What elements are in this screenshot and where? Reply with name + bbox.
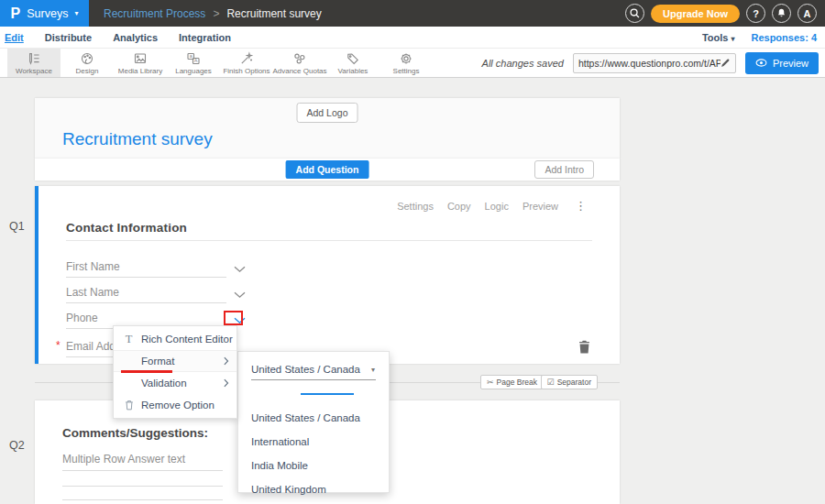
- toolbar-item-label: Workspace: [16, 67, 52, 75]
- eye-icon: [755, 59, 767, 67]
- caret-down-icon: ▾: [371, 367, 375, 374]
- separator-button[interactable]: ☑ Separator: [541, 375, 598, 389]
- chevron-down-icon[interactable]: [234, 291, 246, 299]
- page-break-button[interactable]: ✂ Page Break: [480, 375, 544, 389]
- avatar-initial: A: [804, 8, 811, 19]
- kebab-menu-icon[interactable]: ⋮: [575, 199, 587, 213]
- scissors-icon: ✂: [487, 378, 494, 387]
- toolbar-item-label: Languages: [175, 67, 212, 75]
- survey-header-card: Add Logo Recruitment survey: [35, 98, 620, 159]
- responses-link[interactable]: Responses: 4: [751, 32, 817, 43]
- option-india-mobile[interactable]: India Mobile: [238, 454, 389, 477]
- option-us-canada[interactable]: United States / Canada: [238, 406, 389, 430]
- question-1-title[interactable]: Contact Information: [66, 221, 187, 235]
- breadcrumb: Recruitment Process > Recruitment survey: [104, 7, 322, 20]
- breadcrumb-current: Recruitment survey: [226, 7, 321, 20]
- toolbar-item-label: Finish Options: [223, 67, 270, 75]
- chevron-right-icon: [224, 378, 229, 388]
- tab-analytics[interactable]: Analytics: [113, 32, 158, 43]
- add-logo-button[interactable]: Add Logo: [297, 103, 358, 123]
- tab-integration[interactable]: Integration: [179, 32, 231, 43]
- question-preview-link[interactable]: Preview: [522, 201, 558, 212]
- questionpro-logo-icon: P: [11, 6, 21, 21]
- add-intro-button[interactable]: Add Intro: [534, 160, 594, 179]
- breadcrumb-folder-link[interactable]: Recruitment Process: [104, 7, 205, 20]
- notifications-button[interactable]: [772, 4, 791, 23]
- help-icon: ?: [753, 8, 759, 19]
- tools-menu[interactable]: Tools ▾: [702, 32, 735, 43]
- answer-row-line: [62, 499, 223, 500]
- separator-label: Separator: [557, 378, 591, 387]
- question-settings-link[interactable]: Settings: [397, 201, 434, 212]
- surveys-menu[interactable]: P Surveys ▾: [0, 0, 89, 27]
- toolbar-item-label: Variables: [338, 67, 368, 75]
- toolbar-item-label: Media Library: [118, 67, 162, 75]
- menu-item-remove-option[interactable]: Remove Option: [114, 394, 236, 416]
- advance-quotas-icon: [292, 51, 307, 66]
- tab-distribute[interactable]: Distribute: [45, 32, 92, 43]
- autosave-status: All changes saved: [482, 58, 564, 69]
- top-navbar: P Surveys ▾ Recruitment Process > Recrui…: [0, 0, 825, 27]
- last-name-field[interactable]: Last Name: [66, 286, 226, 303]
- first-name-field[interactable]: First Name: [66, 260, 226, 278]
- add-question-button[interactable]: Add Question: [286, 160, 369, 179]
- menu-item-label: Format: [141, 356, 174, 367]
- answer-row-line: [62, 486, 223, 487]
- help-button[interactable]: ?: [746, 4, 765, 23]
- format-options-list: United States / Canada International Ind…: [238, 406, 389, 501]
- toolbar-item-media-library[interactable]: Media Library: [114, 49, 167, 77]
- annotation-highlight-box: [224, 311, 243, 325]
- question-copy-link[interactable]: Copy: [447, 201, 471, 212]
- question-2-number: Q2: [9, 439, 25, 452]
- field-row-first-name: First Name: [66, 252, 246, 278]
- survey-url-box: [573, 53, 736, 73]
- chevron-down-icon[interactable]: [234, 266, 246, 273]
- menu-item-label: Rich Content Editor: [141, 334, 233, 345]
- question-divider: [66, 240, 592, 241]
- toolbar-item-design[interactable]: Design: [60, 49, 114, 77]
- menu-item-validation[interactable]: Validation: [114, 372, 236, 394]
- toolbar-item-languages[interactable]: aA Languages: [167, 49, 220, 77]
- bell-icon: [776, 7, 787, 19]
- survey-url-input[interactable]: [578, 58, 720, 69]
- avatar[interactable]: A: [798, 4, 817, 23]
- preview-button[interactable]: Preview: [745, 52, 819, 74]
- upgrade-now-button[interactable]: Upgrade Now: [651, 5, 740, 23]
- toolbar-item-variables[interactable]: Variables: [326, 49, 380, 77]
- option-international[interactable]: International: [238, 430, 389, 454]
- search-button[interactable]: [625, 4, 644, 23]
- editor-toolbar: Workspace Design Media Library aA Langua…: [0, 48, 825, 78]
- media-library-icon: [133, 51, 148, 66]
- question-1-number: Q1: [9, 220, 25, 233]
- surveys-menu-label: Surveys: [27, 7, 68, 20]
- submenu-accent-bar: [301, 393, 354, 395]
- delete-question-button[interactable]: [578, 340, 590, 354]
- option-united-kingdom[interactable]: United Kingdom: [238, 477, 389, 501]
- menu-item-format[interactable]: Format: [114, 350, 236, 372]
- multi-row-answer-field[interactable]: Multiple Row Answer text: [62, 453, 223, 471]
- finish-options-icon: [239, 51, 254, 66]
- question-actions: Settings Copy Logic Preview ⋮: [397, 199, 587, 213]
- tab-edit[interactable]: Edit: [5, 32, 24, 43]
- question-logic-link[interactable]: Logic: [485, 201, 509, 212]
- field-row-last-name: Last Name: [66, 278, 246, 303]
- survey-subnav: Edit Distribute Analytics Integration To…: [0, 27, 825, 48]
- page-break-label: Page Break: [497, 378, 537, 387]
- toolbar-item-finish-options[interactable]: Finish Options: [220, 49, 273, 77]
- survey-title[interactable]: Recruitment survey: [62, 129, 213, 149]
- pencil-icon[interactable]: [720, 58, 731, 68]
- toolbar-item-label: Advance Quotas: [272, 67, 326, 75]
- toolbar-item-label: Settings: [393, 67, 420, 75]
- question-2-title[interactable]: Comments/Suggestions:: [62, 426, 208, 440]
- menu-item-rich-content-editor[interactable]: T Rich Content Editor: [114, 328, 236, 350]
- toolbar-item-workspace[interactable]: Workspace: [7, 49, 60, 77]
- search-icon: [629, 7, 641, 19]
- rich-text-icon: T: [122, 334, 136, 345]
- toolbar-item-settings[interactable]: Settings: [380, 49, 433, 77]
- svg-text:a: a: [190, 53, 193, 59]
- format-select[interactable]: United States / Canada ▾: [251, 364, 376, 380]
- add-question-row: Add Question Add Intro: [35, 159, 620, 181]
- breadcrumb-separator: >: [213, 7, 219, 20]
- toolbar-item-advance-quotas[interactable]: Advance Quotas: [273, 49, 326, 77]
- workspace-icon: [27, 51, 41, 66]
